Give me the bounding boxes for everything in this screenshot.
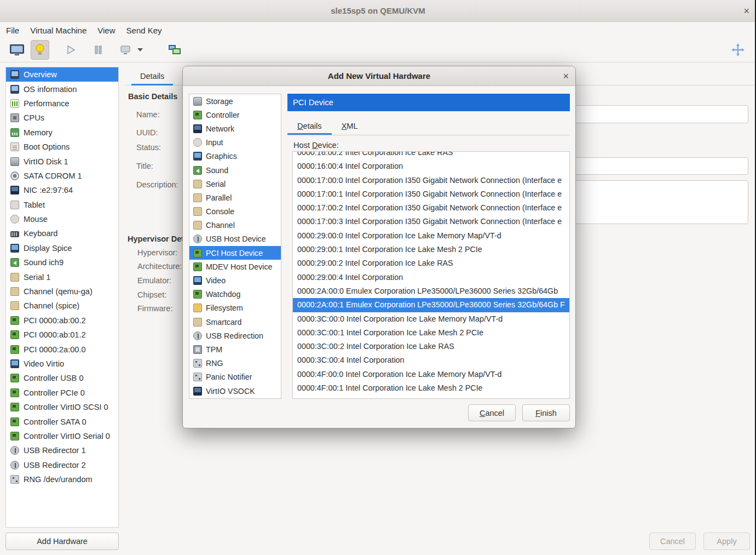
hardware-type-item[interactable]: Panic Notifier: [189, 370, 281, 384]
sidebar-item[interactable]: Display Spice: [6, 241, 118, 255]
field-label: Description:: [136, 180, 178, 189]
hardware-type-item[interactable]: Parallel: [189, 191, 281, 204]
host-device-item[interactable]: 0000:29:00:0 Intel Corporation Ice Lake …: [293, 229, 569, 243]
host-device-item[interactable]: 0000:4F:00:0 Intel Corporation Ice Lake …: [293, 368, 569, 381]
host-device-item[interactable]: 0000:16:00:2 Intel Corporation Ice Lake …: [293, 151, 569, 159]
sidebar-item[interactable]: Controller PCIe 0: [6, 386, 118, 400]
hardware-type-item[interactable]: TPM: [189, 342, 281, 356]
dialog-close-icon[interactable]: ×: [563, 71, 569, 81]
host-device-item[interactable]: 0000:4F:00:1 Intel Corporation Ice Lake …: [293, 381, 569, 395]
sidebar-item[interactable]: Sound ich9: [6, 255, 118, 270]
dialog-cancel-button[interactable]: Cancel: [468, 404, 516, 421]
sidebar-item[interactable]: PCI 0000:ab:00.2: [6, 313, 118, 328]
sidebar-item[interactable]: RNG /dev/urandom: [6, 472, 118, 487]
sidebar-item[interactable]: USB Redirector 1: [6, 443, 118, 457]
sidebar-item[interactable]: SATA CDROM 1: [6, 169, 118, 183]
host-device-item[interactable]: 0000:16:00:4 Intel Corporation: [293, 159, 569, 173]
sidebar-item[interactable]: Controller VirtIO Serial 0: [6, 429, 118, 443]
hardware-type-item[interactable]: Network: [189, 122, 281, 135]
host-device-item[interactable]: 0000:29:00:1 Intel Corporation Ice Lake …: [293, 243, 569, 256]
hardware-type-item[interactable]: VirtIO VSOCK: [189, 384, 281, 398]
host-device-item[interactable]: 0000:2A:00:0 Emulex Corporation LPe35000…: [293, 284, 569, 298]
sidebar-item[interactable]: Channel (spice): [6, 299, 118, 313]
hardware-type-item[interactable]: Console: [189, 205, 281, 219]
pause-button[interactable]: [89, 40, 107, 60]
sidebar-item[interactable]: USB Redirector 2: [6, 458, 118, 472]
host-device-item[interactable]: 0000:3C:00:2 Intel Corporation Ice Lake …: [293, 340, 569, 353]
sidebar-item[interactable]: Tablet: [6, 198, 118, 212]
hardware-type-item[interactable]: Controller: [189, 108, 281, 122]
host-device-list[interactable]: 0000:16:00:2 Intel Corporation Ice Lake …: [292, 151, 570, 399]
sidebar-item[interactable]: PCI 0000:ab:01.2: [6, 328, 118, 342]
sidebar-item-label: CPUs: [24, 113, 44, 122]
sidebar-item[interactable]: Channel (qemu-ga): [6, 284, 118, 299]
host-device-item[interactable]: 0000:17:00:1 Intel Corporation I350 Giga…: [293, 187, 569, 201]
field-label: Hypervisor:: [137, 248, 177, 257]
hardware-details-toggle-button[interactable]: [31, 40, 49, 60]
apply-button[interactable]: Apply: [703, 533, 750, 550]
run-button[interactable]: [61, 40, 80, 60]
hardware-type-item[interactable]: USB Redirection: [189, 329, 281, 342]
dialog-finish-button[interactable]: Finish: [522, 404, 570, 421]
sidebar-item-label: Controller PCIe 0: [24, 388, 85, 397]
sidebar-item[interactable]: Performance: [6, 96, 118, 111]
hardware-type-item[interactable]: Video: [189, 273, 281, 287]
sidebar-item[interactable]: OS information: [6, 82, 118, 96]
host-device-item[interactable]: 0000:3C:00:0 Intel Corporation Ice Lake …: [293, 312, 569, 326]
menu-item[interactable]: File: [1, 22, 25, 38]
fullscreen-button[interactable]: [729, 40, 747, 60]
folder-icon: [193, 304, 202, 312]
host-device-item[interactable]: 0000:17:00:3 Intel Corporation I350 Giga…: [293, 215, 569, 228]
displays-button[interactable]: [165, 40, 184, 60]
menu-item[interactable]: Virtual Machine: [25, 22, 92, 38]
sidebar-item[interactable]: Video Virtio: [6, 357, 118, 371]
hardware-type-item[interactable]: Sound: [189, 163, 281, 177]
sidebar-item[interactable]: Controller USB 0: [6, 371, 118, 385]
sidebar-item[interactable]: NIC :e2:97:64: [6, 183, 118, 197]
hardware-type-item[interactable]: PCI Host Device: [189, 246, 281, 260]
sidebar-item[interactable]: Controller SATA 0: [6, 414, 118, 428]
cancel-button[interactable]: Cancel: [649, 533, 696, 550]
sidebar-item[interactable]: Serial 1: [6, 270, 118, 284]
menu-item[interactable]: Send Key: [121, 22, 168, 38]
sidebar-item[interactable]: Boot Options: [6, 140, 118, 154]
sidebar-item[interactable]: Controller VirtIO SCSI 0: [6, 400, 118, 414]
hardware-type-item[interactable]: Watchdog: [189, 288, 281, 301]
sidebar-item[interactable]: Keyboard: [6, 226, 118, 241]
input-icon: [10, 201, 19, 209]
console-view-button[interactable]: [8, 40, 26, 60]
hardware-type-item[interactable]: USB Host Device: [189, 232, 281, 246]
host-device-item[interactable]: 0000:29:00:2 Intel Corporation Ice Lake …: [293, 256, 569, 270]
host-device-item[interactable]: 0000:2A:00:1 Emulex Corporation LPe35000…: [293, 298, 569, 312]
chevron-down-icon: [137, 48, 143, 52]
shutdown-menu-button[interactable]: [135, 40, 146, 60]
sidebar-item[interactable]: CPUs: [6, 111, 118, 125]
sidebar-item[interactable]: PCI 0000:2a:00.0: [6, 342, 118, 356]
hardware-type-item[interactable]: RNG: [189, 357, 281, 370]
pci-device-header: PCI Device: [287, 94, 570, 111]
sidebar-item[interactable]: Memory: [6, 125, 118, 140]
window-close-icon[interactable]: ×: [743, 6, 749, 16]
menu-item[interactable]: View: [92, 22, 120, 38]
hardware-type-item[interactable]: MDEV Host Device: [189, 260, 281, 273]
host-device-item[interactable]: 0000:17:00:0 Intel Corporation I350 Giga…: [293, 174, 569, 187]
host-device-item[interactable]: 0000:3C:00:4 Intel Corporation: [293, 353, 569, 367]
hardware-type-item[interactable]: Graphics: [189, 150, 281, 163]
hardware-type-item[interactable]: Serial: [189, 177, 281, 191]
sidebar-item[interactable]: VirtIO Disk 1: [6, 154, 118, 168]
sidebar-item[interactable]: Mouse: [6, 212, 118, 226]
host-device-item[interactable]: 0000:17:00:2 Intel Corporation I350 Giga…: [293, 201, 569, 215]
hardware-type-item[interactable]: Channel: [189, 219, 281, 232]
add-hardware-button[interactable]: Add Hardware: [5, 533, 119, 550]
hardware-type-item[interactable]: Input: [189, 136, 281, 150]
sidebar-item[interactable]: Overview: [6, 67, 118, 82]
dialog-tab[interactable]: Details: [287, 117, 332, 135]
hardware-type-item[interactable]: Smartcard: [189, 315, 281, 329]
host-device-item[interactable]: 0000:3C:00:1 Intel Corporation Ice Lake …: [293, 326, 569, 340]
hardware-type-item[interactable]: Filesystem: [189, 301, 281, 315]
shutdown-button[interactable]: [116, 40, 135, 60]
host-device-item[interactable]: 0000:29:00:4 Intel Corporation: [293, 271, 569, 284]
hardware-type-item[interactable]: Storage: [189, 94, 281, 108]
dialog-tab[interactable]: XML: [332, 117, 368, 135]
tab-details[interactable]: Details: [131, 67, 173, 85]
